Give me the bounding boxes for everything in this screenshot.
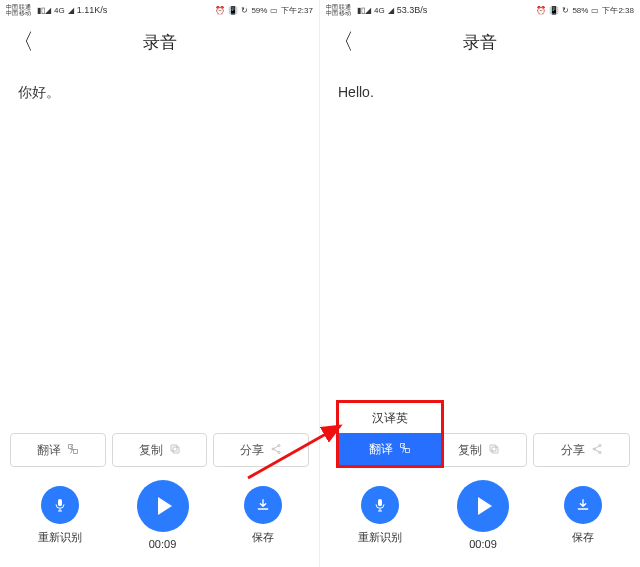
play-button[interactable] [137, 480, 189, 532]
net-label: 4G [374, 6, 385, 15]
svg-point-10 [599, 451, 601, 453]
svg-rect-5 [58, 499, 62, 506]
share-label: 分享 [240, 442, 264, 459]
carrier-2: 中国移动 [6, 10, 31, 16]
svg-rect-1 [173, 447, 179, 453]
battery-percent: 58% [572, 6, 588, 15]
save-button[interactable] [244, 486, 282, 524]
play-icon [158, 497, 172, 515]
copy-icon [488, 443, 500, 458]
transcript-text: 你好。 [0, 64, 319, 433]
copy-icon [169, 443, 181, 458]
translate-option-label: 汉译英 [372, 410, 408, 427]
rerecognize-label: 重新识别 [358, 530, 402, 545]
share-button[interactable]: 分享 [533, 433, 630, 467]
bottom-row: 重新识别 00:09 保存 [320, 467, 640, 567]
net-speed: 53.3B/s [397, 5, 428, 15]
nav-bar: 〈 录音 [320, 20, 640, 64]
battery-percent: 59% [251, 6, 267, 15]
sync-icon: ↻ [241, 6, 248, 15]
share-icon [270, 443, 282, 458]
signal-icon: ▮▯◢ [37, 6, 51, 15]
svg-point-8 [593, 448, 595, 450]
save-button[interactable] [564, 486, 602, 524]
net-speed: 1.11K/s [77, 5, 108, 15]
signal-icon-2: ◢ [388, 6, 394, 15]
translate-label: 翻译 [369, 441, 393, 458]
save-label: 保存 [572, 530, 594, 545]
phone-left: 中国联通 中国移动 ▮▯◢ 4G ◢ 1.11K/s ⏰ 📳 ↻ 59% ▭ 下… [0, 0, 320, 567]
back-button[interactable]: 〈 [12, 27, 34, 57]
transcript-text: Hello. [320, 64, 640, 433]
translate-icon [399, 442, 411, 457]
svg-rect-6 [490, 445, 496, 451]
action-row: 汉译英 翻译 复制 分享 [320, 433, 640, 467]
translate-label: 翻译 [37, 442, 61, 459]
battery-icon: ▭ [591, 6, 599, 15]
svg-rect-11 [378, 499, 382, 506]
status-bar: 中国联通 中国移动 ▮▯◢ 4G ◢ 1.11K/s ⏰ 📳 ↻ 59% ▭ 下… [0, 0, 319, 20]
rerecognize-label: 重新识别 [38, 530, 82, 545]
svg-rect-0 [171, 445, 177, 451]
phone-right: 中国联通 中国移动 ▮▯◢ 4G ◢ 53.3B/s ⏰ 📳 ↻ 58% ▭ 下… [320, 0, 640, 567]
rerecognize-button[interactable] [41, 486, 79, 524]
translate-option-cn-en[interactable]: 汉译英 [339, 403, 441, 433]
vibrate-icon: 📳 [228, 6, 238, 15]
translate-button[interactable]: 翻译 [10, 433, 106, 467]
bottom-row: 重新识别 00:09 保存 [0, 467, 319, 567]
signal-icon: ▮▯◢ [357, 6, 371, 15]
svg-point-9 [599, 444, 601, 446]
battery-icon: ▭ [270, 6, 278, 15]
svg-point-4 [278, 451, 280, 453]
svg-point-2 [272, 448, 274, 450]
net-label: 4G [54, 6, 65, 15]
status-time: 下午2:38 [602, 5, 634, 16]
carrier-2: 中国移动 [326, 10, 351, 16]
signal-icon-2: ◢ [68, 6, 74, 15]
alarm-icon: ⏰ [536, 6, 546, 15]
alarm-icon: ⏰ [215, 6, 225, 15]
carrier-labels: 中国联通 中国移动 [326, 4, 351, 17]
translate-icon [67, 443, 79, 458]
duration-label: 00:09 [469, 538, 497, 550]
back-button[interactable]: 〈 [332, 27, 354, 57]
nav-bar: 〈 录音 [0, 20, 319, 64]
copy-label: 复制 [139, 442, 163, 459]
rerecognize-button[interactable] [361, 486, 399, 524]
play-button[interactable] [457, 480, 509, 532]
share-button[interactable]: 分享 [213, 433, 309, 467]
page-title: 录音 [463, 31, 497, 54]
copy-label: 复制 [458, 442, 482, 459]
copy-button[interactable]: 复制 [112, 433, 208, 467]
copy-button[interactable]: 复制 [431, 433, 528, 467]
sync-icon: ↻ [562, 6, 569, 15]
status-time: 下午2:37 [281, 5, 313, 16]
svg-rect-7 [492, 447, 498, 453]
play-icon [478, 497, 492, 515]
translate-button-selected[interactable]: 翻译 [339, 433, 441, 465]
share-label: 分享 [561, 442, 585, 459]
duration-label: 00:09 [149, 538, 177, 550]
share-icon [591, 443, 603, 458]
vibrate-icon: 📳 [549, 6, 559, 15]
save-label: 保存 [252, 530, 274, 545]
translate-popup: 汉译英 翻译 [336, 400, 444, 468]
svg-point-3 [278, 444, 280, 446]
action-row: 翻译 复制 分享 [0, 433, 319, 467]
page-title: 录音 [143, 31, 177, 54]
carrier-labels: 中国联通 中国移动 [6, 4, 31, 17]
status-bar: 中国联通 中国移动 ▮▯◢ 4G ◢ 53.3B/s ⏰ 📳 ↻ 58% ▭ 下… [320, 0, 640, 20]
